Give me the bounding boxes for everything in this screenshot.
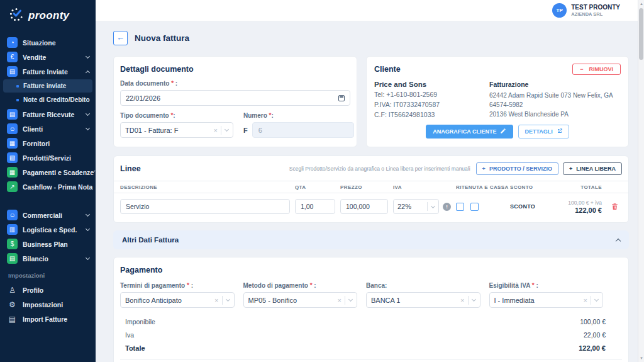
column-header: SCONTO bbox=[510, 184, 552, 190]
document-type-value: TD01 - Fattura: F bbox=[125, 127, 211, 134]
chevron-down-icon[interactable] bbox=[225, 297, 230, 302]
altri-dati-fattura-toggle[interactable]: Altri Dati Fattura bbox=[113, 230, 629, 249]
document-type-select[interactable]: TD01 - Fattura: F × bbox=[120, 122, 233, 138]
date-label: Data documento * : bbox=[120, 80, 350, 87]
sidebar-item-fatture-inviate[interactable]: ▤ Fatture Inviate bbox=[0, 64, 96, 79]
chevron-down-icon[interactable] bbox=[225, 127, 229, 132]
date-field[interactable] bbox=[126, 94, 338, 102]
sidebar-item-label: Fornitori bbox=[23, 140, 89, 147]
bullet-icon bbox=[16, 85, 19, 88]
sidebar-item-profilo[interactable]: ♙ Profilo bbox=[0, 283, 96, 297]
sidebar-subitem-fatture-inviate[interactable]: Fatture inviate bbox=[3, 79, 92, 93]
sidebar-item-cashflow[interactable]: ↗ Cashflow - Prima Nota bbox=[0, 179, 96, 194]
chevron-down-icon[interactable] bbox=[431, 203, 435, 208]
line-vat-select[interactable]: 22% bbox=[393, 199, 439, 214]
sidebar-item-clienti[interactable]: ☺ Clienti bbox=[0, 122, 96, 136]
sidebar-item-label: Vendite bbox=[23, 54, 86, 61]
sidebar-item-business-plan[interactable]: $ Business Plan bbox=[0, 237, 96, 251]
sidebar: proonty ◔ Situazione € Vendite ▤ Fatture… bbox=[0, 0, 96, 362]
line-item-row: 22% ! SCONTO 100,00 € + iva 122,00 € bbox=[114, 193, 628, 222]
brand-logo[interactable]: proonty bbox=[0, 0, 96, 30]
avatar: TP bbox=[552, 3, 567, 18]
client-cf: C.F: IT56624981033 bbox=[374, 110, 484, 120]
clear-icon[interactable]: × bbox=[460, 297, 464, 304]
sidebar-item-situazione[interactable]: ◔ Situazione bbox=[0, 35, 96, 50]
payment-method-select[interactable]: MP05 - Bonifico × bbox=[243, 292, 358, 308]
calendar-icon: ▦ bbox=[7, 167, 18, 178]
remove-client-button[interactable]: − RIMUOVI bbox=[572, 64, 621, 75]
people-icon: ☺ bbox=[7, 210, 18, 220]
client-name: Price and Sons bbox=[374, 81, 484, 88]
sidebar-item-fornitori[interactable]: ▦ Fornitori bbox=[0, 136, 96, 150]
clear-icon[interactable]: × bbox=[584, 297, 587, 304]
nav-spacer bbox=[0, 194, 96, 208]
lines-card: Linee Scegli Prodotto/Servizio da anagra… bbox=[113, 156, 629, 223]
sidebar-subitem-label: Note di Credito/Debito bbox=[23, 96, 90, 103]
gauge-icon: ◔ bbox=[7, 37, 18, 48]
sidebar-item-impostazioni[interactable]: ⚙ Impostazioni bbox=[0, 297, 96, 312]
ritenuta-checkbox[interactable] bbox=[456, 203, 464, 211]
add-free-line-button[interactable]: + LINEA LIBERA bbox=[563, 162, 622, 175]
line-qty-input[interactable] bbox=[295, 199, 335, 214]
sidebar-item-commerciali[interactable]: ☺ Commerciali bbox=[0, 208, 96, 222]
clear-icon[interactable]: × bbox=[214, 127, 218, 134]
delete-line-button[interactable] bbox=[607, 202, 622, 211]
sidebar-item-logistica[interactable]: ▥ Logistica e Sped. bbox=[0, 222, 96, 237]
chevron-down-icon[interactable] bbox=[348, 297, 353, 302]
building-icon: ▦ bbox=[7, 138, 18, 149]
person-icon: ♙ bbox=[7, 285, 18, 295]
chevron-down-icon bbox=[86, 54, 90, 59]
billing-address-line2: 20136 West Blancheside PA bbox=[489, 110, 621, 119]
lines-title: Linee bbox=[120, 164, 141, 173]
line-vat-value: 22% bbox=[397, 203, 427, 210]
sidebar-item-prodotti-servizi[interactable]: ▧ Prodotti/Servizi bbox=[0, 150, 96, 165]
brand-wordmark: proonty bbox=[28, 9, 69, 22]
plus-icon: + bbox=[569, 166, 572, 172]
back-button[interactable]: ← bbox=[113, 31, 128, 45]
divider bbox=[427, 202, 428, 211]
sidebar-item-import-fatture[interactable]: ▤ Import Fatture bbox=[0, 312, 96, 326]
vertical-scrollbar[interactable]: ▲ ▼ bbox=[638, 0, 644, 362]
calendar-icon[interactable] bbox=[338, 95, 345, 101]
dettagli-button[interactable]: DETTAGLI bbox=[518, 125, 569, 139]
add-product-service-button[interactable]: + PRODOTTO / SERVIZIO bbox=[476, 162, 558, 175]
plus-icon: + bbox=[482, 166, 486, 172]
line-total-note: 100,00 € + iva bbox=[557, 200, 602, 206]
document-icon: ▤ bbox=[7, 109, 18, 120]
document-details-card: Dettagli documento Data documento * : Ti… bbox=[113, 56, 357, 147]
sidebar-subitem-note-credito-debito[interactable]: Note di Credito/Debito bbox=[3, 93, 92, 106]
required-asterisk: * bbox=[187, 282, 189, 289]
clear-icon[interactable]: × bbox=[338, 297, 341, 304]
date-input[interactable] bbox=[120, 90, 350, 106]
required-asterisk: * bbox=[171, 80, 174, 87]
payment-terms-select[interactable]: Bonifico Anticipato × bbox=[120, 292, 235, 308]
sconto-button[interactable]: SCONTO bbox=[510, 203, 552, 210]
sidebar-item-bilancio[interactable]: ▤ Bilancio bbox=[0, 251, 96, 266]
clear-icon[interactable]: × bbox=[214, 297, 218, 304]
number-input[interactable] bbox=[252, 122, 354, 138]
vat-exigibility-select[interactable]: I - Immediata × bbox=[489, 292, 604, 308]
sidebar-item-fatture-ricevute[interactable]: ▤ Fatture Ricevute bbox=[0, 107, 96, 122]
scroll-down-icon[interactable]: ▼ bbox=[638, 356, 644, 360]
sidebar-item-pagamenti-scadenze[interactable]: ▦ Pagamenti e Scadenze bbox=[0, 165, 96, 179]
info-icon[interactable]: ! bbox=[443, 203, 451, 211]
bank-select[interactable]: BANCA 1 × bbox=[366, 292, 480, 308]
line-description-input[interactable] bbox=[120, 199, 290, 214]
scroll-up-icon[interactable]: ▲ bbox=[638, 2, 644, 6]
lines-hint: Scegli Prodotto/Servizio da anagrafica o… bbox=[289, 166, 470, 172]
divider bbox=[591, 296, 591, 305]
scrollbar-thumb[interactable] bbox=[639, 8, 643, 60]
chevron-down-icon[interactable] bbox=[594, 297, 599, 302]
sidebar-item-label: Pagamenti e Scadenze bbox=[23, 169, 94, 176]
chevron-up-icon bbox=[616, 238, 621, 243]
user-menu[interactable]: TP TEST PROONTY AZIENDA SRL bbox=[552, 3, 620, 18]
sidebar-item-vendite[interactable]: € Vendite bbox=[0, 50, 96, 64]
invoice-totals: Imponibile 100,00 € Iva 22,00 € Totale 1… bbox=[120, 315, 622, 354]
cassa-checkbox[interactable] bbox=[470, 203, 479, 211]
total-row-totale: Totale 122,00 € bbox=[125, 341, 606, 354]
line-price-input[interactable] bbox=[340, 199, 388, 214]
anagrafica-cliente-button[interactable]: ANAGRAFICA CLIENTE bbox=[426, 125, 513, 139]
total-row-imponibile: Imponibile 100,00 € bbox=[125, 315, 606, 328]
sidebar-item-label: Bilancio bbox=[23, 255, 86, 263]
chevron-down-icon[interactable] bbox=[471, 297, 475, 302]
